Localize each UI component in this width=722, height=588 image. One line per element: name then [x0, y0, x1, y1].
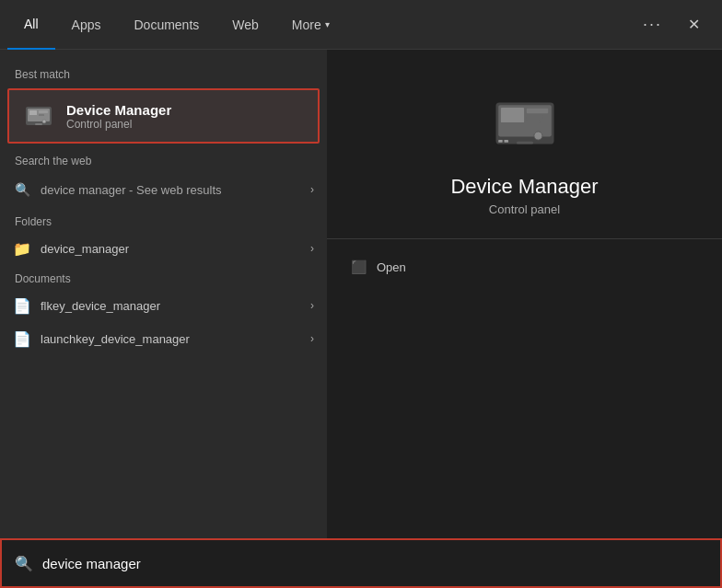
device-manager-large-icon — [488, 86, 562, 160]
web-item-chevron-icon: › — [310, 183, 314, 196]
web-section-label: Search the web — [0, 147, 327, 171]
tab-all[interactable]: All — [7, 0, 55, 50]
close-button[interactable]: ✕ — [673, 0, 715, 50]
left-panel: Best match Device Manager Control panel — [0, 50, 327, 538]
search-bar: 🔍 — [0, 538, 722, 588]
more-options-button[interactable]: ··· — [632, 0, 673, 50]
folder-icon: 📁 — [13, 239, 31, 258]
right-panel-divider — [327, 238, 722, 239]
folders-label: Folders — [0, 208, 327, 232]
documents-label: Documents — [0, 265, 327, 289]
svg-rect-11 — [526, 115, 542, 119]
document-icon: 📄 — [13, 296, 31, 315]
best-match-subtitle: Control panel — [66, 118, 171, 131]
best-match-label: Best match — [0, 61, 327, 85]
web-item-text: device manager - See web results — [41, 183, 310, 197]
folder-item-device-manager[interactable]: 📁 device_manager › — [0, 232, 327, 265]
tab-apps[interactable]: Apps — [55, 0, 118, 50]
best-match-item[interactable]: Device Manager Control panel — [7, 88, 320, 144]
best-match-text: Device Manager Control panel — [66, 102, 171, 131]
tab-more[interactable]: More ▾ — [275, 0, 346, 50]
doc-chevron-icon: › — [310, 299, 314, 312]
right-panel-subtitle: Control panel — [489, 202, 560, 216]
doc-chevron-icon-2: › — [310, 332, 314, 345]
svg-rect-14 — [517, 142, 533, 144]
best-match-title: Device Manager — [66, 102, 171, 118]
svg-rect-2 — [29, 110, 37, 115]
open-label: Open — [377, 260, 406, 274]
folder-chevron-icon: › — [310, 242, 314, 255]
device-manager-small-icon — [22, 99, 55, 133]
svg-rect-9 — [500, 108, 523, 122]
search-icon: 🔍 — [15, 555, 33, 572]
doc-item-flkey[interactable]: 📄 flkey_device_manager › — [0, 289, 327, 322]
main-content: Best match Device Manager Control panel — [0, 50, 722, 538]
right-panel: Device Manager Control panel ⬛ Open — [327, 50, 722, 538]
svg-rect-6 — [35, 123, 42, 125]
svg-rect-4 — [39, 114, 44, 116]
doc-item-text-launchkey: launchkey_device_manager — [41, 332, 310, 346]
tab-documents[interactable]: Documents — [117, 0, 215, 50]
svg-rect-15 — [498, 140, 503, 143]
svg-point-5 — [42, 120, 46, 123]
svg-rect-16 — [504, 140, 508, 143]
open-action[interactable]: ⬛ Open — [349, 250, 700, 283]
web-search-item[interactable]: 🔍 device manager - See web results › — [0, 171, 327, 208]
search-web-icon: 🔍 — [13, 180, 31, 199]
top-nav: All Apps Documents Web More ▾ ··· ✕ — [0, 0, 722, 50]
doc-item-launchkey[interactable]: 📄 launchkey_device_manager › — [0, 322, 327, 355]
tab-web[interactable]: Web — [215, 0, 275, 50]
more-chevron-icon: ▾ — [325, 19, 330, 29]
svg-rect-12 — [526, 120, 539, 123]
svg-point-13 — [533, 132, 542, 140]
doc-item-text-flkey: flkey_device_manager — [41, 299, 310, 313]
right-panel-title: Device Manager — [450, 175, 598, 199]
svg-rect-10 — [526, 109, 547, 113]
right-actions: ⬛ Open — [327, 250, 722, 283]
open-icon: ⬛ — [349, 258, 367, 276]
folder-item-text: device_manager — [41, 242, 310, 256]
document-icon-2: 📄 — [13, 329, 31, 348]
svg-rect-3 — [39, 110, 48, 113]
search-input[interactable] — [42, 556, 707, 571]
